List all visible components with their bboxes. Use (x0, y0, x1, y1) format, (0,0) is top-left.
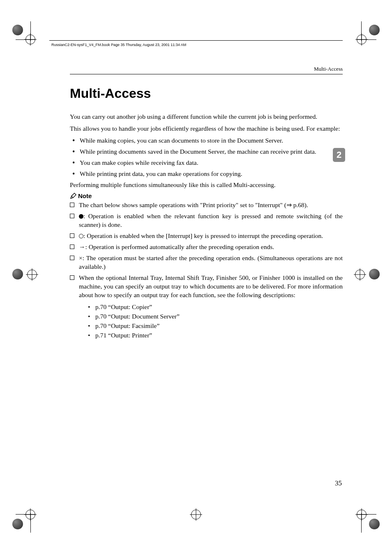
note-text: When the optional Internal Tray, Interna… (79, 274, 343, 298)
intro-paragraph-2: This allows you to handle your jobs effi… (70, 125, 343, 133)
running-head: Multi-Access (70, 66, 343, 74)
page-number: 35 (335, 479, 342, 487)
note-text: p.68). (292, 201, 308, 208)
checkbox-icon (70, 233, 74, 238)
note-text: →: Operation is performed automatically … (79, 243, 274, 250)
closing-paragraph: Performing multiple functions simultaneo… (70, 181, 343, 189)
page-content: Multi-Access Multi-Access You can carry … (70, 66, 343, 492)
output-subitem: p.70 “Output: Facsimile” (88, 321, 343, 330)
checkbox-icon (70, 214, 74, 218)
pencil-icon (70, 193, 76, 199)
note-item: : Operation is enabled when the relevant… (70, 212, 343, 229)
note-text: ×: The operation must be started after t… (79, 254, 343, 270)
crop-mark-mid-right (357, 263, 380, 286)
crop-mark-bottom-right (357, 506, 380, 529)
note-heading: Note (70, 192, 343, 199)
note-text: : Operation is enabled when the [Interru… (83, 232, 323, 239)
note-item: The chart below shows sample operations … (70, 201, 343, 210)
note-list: The chart below shows sample operations … (70, 201, 343, 340)
example-bullet: You can make copies while receiving fax … (70, 159, 343, 167)
example-bullet: While printing documents saved in the Do… (70, 148, 343, 156)
crop-mark-mid-left (12, 263, 35, 286)
crop-mark-top-left (12, 25, 35, 48)
note-text: The chart below shows sample operations … (79, 201, 286, 208)
note-item: : Operation is enabled when the [Interru… (70, 232, 343, 240)
crop-mark-top-right (357, 25, 380, 48)
checkbox-icon (70, 275, 74, 280)
printmark-text: RussianC2-EN-sysF1_V4_FM.book Page 35 Th… (51, 43, 186, 47)
body-text: You can carry out another job using a di… (70, 113, 343, 340)
example-bullet: While printing print data, you can make … (70, 170, 343, 178)
output-subitem: p.70 “Output: Document Server” (88, 312, 343, 321)
printmark-rule (49, 40, 343, 41)
page-title: Multi-Access (70, 86, 343, 101)
note-item: When the optional Internal Tray, Interna… (70, 274, 343, 340)
intro-paragraph-1: You can carry out another job using a di… (70, 113, 343, 121)
note-item: ×: The operation must be started after t… (70, 254, 343, 271)
note-text: : Operation is enabled when the relevant… (79, 212, 343, 228)
example-bullet: While making copies, you can scan docume… (70, 136, 343, 145)
note-label: Note (78, 192, 92, 199)
output-subitem: p.71 “Output: Printer” (88, 330, 343, 340)
note-item: →: Operation is performed automatically … (70, 243, 343, 252)
output-subitem: p.70 “Output: Copier” (88, 302, 343, 312)
solid-dot-icon (79, 214, 83, 219)
example-bullet-list: While making copies, you can scan docume… (70, 136, 343, 178)
checkbox-icon (70, 256, 74, 260)
output-sublist: p.70 “Output: Copier” p.70 “Output: Docu… (88, 302, 343, 340)
crop-mark-bottom-center (184, 506, 208, 529)
checkbox-icon (70, 245, 74, 249)
hollow-dot-icon (79, 234, 83, 238)
crop-mark-bottom-left (12, 506, 35, 529)
checkbox-icon (70, 203, 74, 207)
